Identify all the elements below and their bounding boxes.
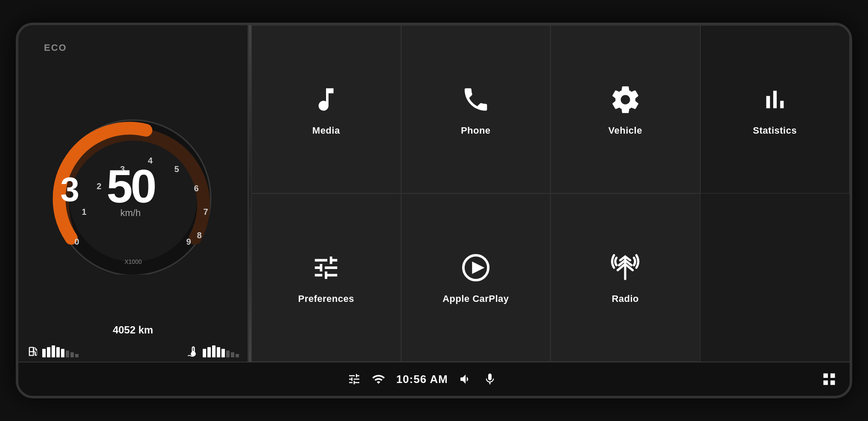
statistics-icon	[758, 82, 792, 117]
svg-text:5: 5	[174, 164, 179, 174]
temp-bars	[203, 345, 239, 357]
music-icon	[309, 82, 343, 117]
menu-item-preferences[interactable]: Preferences	[251, 193, 401, 362]
svg-text:1: 1	[82, 207, 86, 216]
vehicle-icon	[608, 82, 642, 117]
status-bar: 10:56 AM	[18, 362, 850, 396]
fuel-svg	[27, 345, 39, 357]
menu-item-phone[interactable]: Phone	[401, 25, 551, 193]
status-time: 10:56 AM	[396, 373, 448, 386]
speed-display: 50 km/h	[107, 163, 154, 219]
menu-grid: Media Phone	[251, 25, 850, 362]
preferences-icon	[309, 251, 343, 285]
mic-icon[interactable]	[483, 372, 497, 386]
volume-icon[interactable]	[459, 372, 472, 386]
media-label: Media	[312, 125, 340, 136]
radio-icon	[608, 251, 642, 285]
carplay-icon	[459, 251, 493, 285]
carplay-label: Apple CarPlay	[443, 293, 509, 304]
menu-item-vehicle[interactable]: Vehicle	[551, 25, 700, 193]
odometer: 4052 km	[113, 324, 153, 336]
temp-icon	[187, 345, 199, 357]
svg-text:X1000: X1000	[124, 258, 142, 265]
car-display: ECO 0 1	[16, 23, 852, 398]
temp-svg	[187, 345, 199, 357]
vehicle-label: Vehicle	[609, 125, 642, 136]
statistics-label: Statistics	[753, 125, 797, 136]
radio-label: Radio	[612, 293, 639, 304]
menu-item-empty	[700, 193, 850, 362]
svg-text:7: 7	[203, 207, 208, 216]
preferences-label: Preferences	[298, 293, 354, 304]
signal-icon	[372, 372, 385, 386]
grid-icon[interactable]	[821, 371, 837, 387]
fuel-icon	[27, 345, 39, 357]
phone-label: Phone	[461, 125, 491, 136]
svg-text:9: 9	[186, 237, 191, 246]
menu-item-radio[interactable]: Radio	[551, 193, 700, 362]
svg-marker-15	[472, 261, 484, 274]
fuel-bars	[42, 345, 79, 357]
menu-item-statistics[interactable]: Statistics	[700, 25, 850, 193]
eco-label: ECO	[44, 42, 67, 53]
svg-text:8: 8	[197, 231, 201, 240]
svg-text:6: 6	[194, 184, 198, 193]
status-preferences-icon[interactable]	[347, 372, 361, 386]
status-right	[821, 371, 837, 387]
temp-gauge	[187, 345, 239, 357]
right-panel: Media Phone	[251, 25, 850, 362]
svg-text:0: 0	[74, 237, 79, 246]
left-panel: ECO 0 1	[18, 25, 249, 362]
gauges-row	[27, 345, 239, 357]
status-left: 10:56 AM	[31, 372, 813, 386]
speed-value: 50	[107, 163, 154, 210]
speedometer: 0 1 2 3 4 5 6 7 8	[48, 112, 218, 275]
menu-item-media[interactable]: Media	[251, 25, 401, 193]
phone-icon	[459, 82, 493, 117]
gear-display: 3	[61, 170, 80, 209]
menu-item-carplay[interactable]: Apple CarPlay	[401, 193, 551, 362]
fuel-gauge	[27, 345, 79, 357]
main-content: ECO 0 1	[18, 25, 850, 362]
svg-text:2: 2	[96, 181, 101, 191]
